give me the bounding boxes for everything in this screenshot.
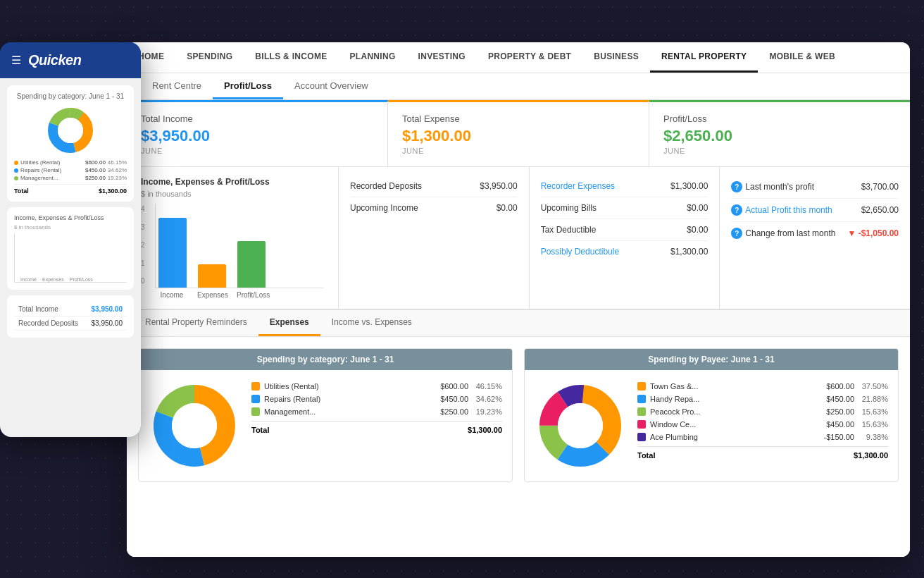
nav-investing[interactable]: INVESTING — [407, 42, 477, 73]
upcoming-income-label: Upcoming Income — [350, 203, 418, 213]
sidebar-spending-card: Spending by category: June 1 - 31 Utilit… — [7, 85, 134, 202]
recorder-expenses-link[interactable]: Recorder Expenses — [541, 181, 615, 191]
help-icon-3[interactable]: ? — [731, 228, 742, 239]
upcoming-bills-label: Upcoming Bills — [541, 203, 597, 213]
svg-point-3 — [58, 118, 83, 143]
detail-recorder-expenses: Recorder Expenses $1,300.00 — [541, 176, 708, 197]
income-details: Recorded Deposits $3,950.00 Upcoming Inc… — [338, 167, 529, 309]
legend-color-town-gas — [637, 382, 646, 391]
recorded-deposits-label: Recorded Deposits — [350, 181, 422, 191]
help-icon-2[interactable]: ? — [731, 204, 742, 216]
hamburger-icon[interactable]: ☰ — [11, 54, 21, 67]
detail-upcoming-bills: Upcoming Bills $0.00 — [541, 197, 708, 219]
legend-amount-peacock: $250.00 — [826, 407, 854, 416]
legend-total-amount: $1,300.00 — [468, 426, 502, 434]
nav-property[interactable]: PROPERTY & DEBT — [477, 42, 582, 73]
legend-ace: Ace Plumbing -$150.00 9.38% — [637, 431, 888, 443]
tab-income-vs-expenses[interactable]: Income vs. Expenses — [320, 310, 423, 336]
tab-bar-2: Rental Property Reminders Expenses Incom… — [127, 310, 910, 337]
legend-color-window — [637, 420, 646, 429]
bar-profit-group — [237, 241, 266, 288]
sidebar-stats-card: Total Income $3,950.00 Recorded Deposits… — [7, 295, 134, 338]
legend-name-window: Window Ce... — [650, 420, 826, 429]
spending-category-body: Utilities (Rental) $600.00 46.15% Repair… — [139, 370, 512, 481]
income-label: Total Income — [141, 113, 373, 124]
stats-profit: Profit/Loss $2,650.00 JUNE — [649, 100, 910, 166]
spending-category-header: Spending by category: June 1 - 31 — [139, 349, 512, 370]
legend-name-town-gas: Town Gas &... — [650, 382, 826, 391]
legend-color-ace — [637, 433, 646, 441]
bar-expense — [198, 264, 226, 288]
legend-color-peacock — [637, 407, 646, 416]
sub-nav-profit[interactable]: Profit/Loss — [213, 73, 283, 99]
expense-details: Recorder Expenses $1,300.00 Upcoming Bil… — [529, 167, 720, 309]
legend-name-utilities: Utilities (Rental) — [264, 382, 440, 391]
spending-payee-donut — [535, 380, 626, 472]
sub-nav-account[interactable]: Account Overview — [283, 73, 380, 99]
sidebar-header: ☰ Quicken — [0, 42, 141, 78]
profit-label: Profit/Loss — [663, 113, 896, 124]
stats-row: Total Income $3,950.00 JUNE Total Expens… — [127, 100, 910, 167]
spending-payee-legend: Town Gas &... $600.00 37.50% Handy Repa.… — [637, 380, 888, 460]
legend-amount-handy: $450.00 — [826, 395, 854, 403]
legend-payee-total-label: Total — [637, 451, 655, 460]
legend-pct-town-gas: 37.50% — [860, 382, 888, 391]
main-content: Total Income $3,950.00 JUNE Total Expens… — [127, 100, 910, 557]
nav-rental[interactable]: RENTAL PROPERTY — [650, 42, 758, 73]
detail-change-from-last: ? Change from last month ▼ -$1,050.00 — [731, 222, 899, 245]
legend-amount-ace: -$150.00 — [824, 433, 854, 441]
upcoming-bills-value: $0.00 — [687, 203, 708, 213]
legend-window: Window Ce... $450.00 15.63% — [637, 418, 888, 431]
legend-total-category: Total $1,300.00 — [251, 421, 502, 434]
expense-amount: $1,300.00 — [402, 127, 635, 145]
svg-point-7 — [172, 403, 217, 448]
profit-month: JUNE — [663, 147, 896, 155]
actual-profit-link[interactable]: Actual Profit this month — [745, 205, 832, 215]
bar-label-profit: Profit/Loss — [237, 291, 265, 299]
legend-name-handy: Handy Repa... — [650, 395, 826, 403]
legend-pct-handy: 21.88% — [860, 395, 888, 403]
sidebar-chart-title: Income, Expenses & Profit/Loss — [14, 214, 127, 221]
chart-title: Income, Expenses & Profit/Loss — [141, 177, 324, 187]
sidebar-spending-title: Spending by category: June 1 - 31 — [14, 92, 127, 100]
mini-bar-chart: Income Expenses Profit/Loss — [14, 233, 127, 283]
spending-category-donut — [149, 380, 240, 472]
bar-profit — [237, 241, 266, 288]
nav-spending[interactable]: SPENDING — [175, 42, 244, 73]
nav-mobile[interactable]: MOBILE & WEB — [758, 42, 847, 73]
spending-payee-header: Spending by Payee: June 1 - 31 — [525, 349, 898, 370]
center-content: Total Income $3,950.00 JUNE Total Expens… — [127, 100, 910, 557]
legend-color-management — [251, 407, 260, 416]
spending-payee-body: Town Gas &... $600.00 37.50% Handy Repa.… — [525, 370, 898, 481]
legend-repairs: Repairs (Rental) $450.00 34.62% — [251, 393, 502, 405]
legend-pct-repairs: 34.62% — [474, 395, 502, 403]
nav-planning[interactable]: PLANNING — [338, 42, 406, 73]
tab-expenses[interactable]: Expenses — [258, 310, 320, 336]
spending-category-card: Spending by category: June 1 - 31 — [138, 348, 513, 482]
stats-expense: Total Expense $1,300.00 JUNE — [388, 100, 649, 166]
chart-section: Income, Expenses & Profit/Loss $ in thou… — [127, 167, 338, 309]
last-month-profit-value: $3,700.00 — [861, 182, 899, 192]
nav-business[interactable]: BUSINESS — [582, 42, 650, 73]
tab-reminders[interactable]: Rental Property Reminders — [134, 310, 258, 336]
legend-payee-total-amount: $1,300.00 — [854, 451, 888, 460]
help-icon-1[interactable]: ? — [731, 181, 742, 192]
sidebar-mini-legend: Utilities (Rental) $600.00 46.15% Repair… — [14, 159, 127, 195]
change-label: Change from last month — [745, 228, 835, 238]
spending-row: Spending by category: June 1 - 31 — [127, 337, 910, 493]
tab-section: Rental Property Reminders Expenses Incom… — [127, 309, 910, 493]
spending-category-legend: Utilities (Rental) $600.00 46.15% Repair… — [251, 380, 502, 434]
sub-nav: Rent Centre Profit/Loss Account Overview — [127, 73, 910, 100]
recorded-deposits-value: $3,950.00 — [480, 181, 517, 191]
nav-bills[interactable]: BILLS & INCOME — [244, 42, 338, 73]
bar-expense-group — [198, 264, 226, 288]
sub-nav-rent[interactable]: Rent Centre — [141, 73, 213, 99]
legend-color-utilities — [251, 382, 260, 391]
legend-pct-window: 15.63% — [860, 420, 888, 429]
possibly-deductible-link[interactable]: Possibly Deductibule — [541, 247, 619, 257]
legend-total-payee: Total $1,300.00 — [637, 446, 888, 460]
last-month-profit-label: Last month's profit — [745, 182, 814, 192]
legend-utilities: Utilities (Rental) $600.00 46.15% — [251, 380, 502, 393]
income-amount: $3,950.00 — [141, 127, 373, 145]
sidebar-content: Spending by category: June 1 - 31 Utilit… — [0, 78, 141, 437]
